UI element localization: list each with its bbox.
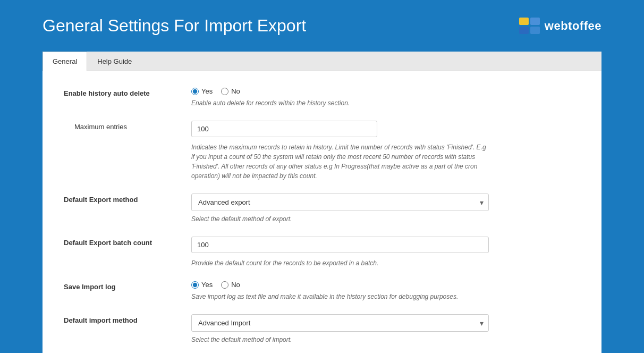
logo-sq-4 — [530, 27, 540, 34]
content-area: Enable history auto delete Yes No Enable… — [43, 71, 601, 353]
default-import-method-hint: Select the default method of import. — [191, 335, 489, 344]
enable-history-radio-group: Yes No — [191, 87, 489, 95]
enable-history-no-radio[interactable] — [221, 88, 228, 95]
save-import-log-row: Save Import log Yes No Save import log a… — [64, 281, 580, 301]
default-export-method-label: Default Export method — [64, 194, 181, 204]
save-import-log-radio-group: Yes No — [191, 281, 489, 289]
enable-history-control: Yes No Enable auto delete for records wi… — [191, 87, 489, 108]
logo-sq-1 — [519, 18, 529, 25]
logo-icon — [519, 18, 540, 35]
enable-history-hint: Enable auto delete for records within th… — [191, 98, 489, 108]
default-import-method-select[interactable]: Advanced Import Quick import — [191, 314, 489, 332]
tab-help-guide[interactable]: Help Guide — [87, 52, 142, 71]
enable-history-row: Enable history auto delete Yes No Enable… — [64, 87, 580, 108]
save-import-log-no-radio[interactable] — [221, 281, 228, 289]
max-entries-label: Maximum entries — [64, 121, 181, 131]
logo-area: webtoffee — [519, 18, 601, 35]
default-export-batch-hint: Provide the default count for the record… — [191, 258, 489, 268]
logo-sq-3 — [519, 27, 529, 34]
max-entries-row: Maximum entries Indicates the maximum re… — [64, 121, 580, 181]
enable-history-yes-radio[interactable] — [191, 88, 199, 95]
enable-history-no-label: No — [231, 87, 240, 95]
max-entries-control: Indicates the maximum records to retain … — [191, 121, 489, 181]
default-export-method-wrapper: Advanced export Quick export ▾ — [191, 194, 489, 211]
max-entries-input[interactable] — [191, 121, 377, 137]
default-import-method-row: Default import method Advanced Import Qu… — [64, 314, 580, 344]
main-container: General Help Guide Enable history auto d… — [43, 52, 601, 353]
tabs-bar: General Help Guide — [43, 52, 601, 71]
save-import-log-control: Yes No Save import log as text file and … — [191, 281, 489, 301]
tab-general[interactable]: General — [43, 52, 87, 71]
default-export-batch-control: Provide the default count for the record… — [191, 237, 489, 268]
save-import-log-yes-radio[interactable] — [191, 281, 199, 289]
default-export-batch-input[interactable] — [191, 237, 489, 253]
default-export-method-hint: Select the default method of export. — [191, 214, 489, 224]
save-import-log-hint: Save import log as text file and make it… — [191, 292, 489, 301]
save-import-log-yes-option[interactable]: Yes — [191, 281, 213, 289]
save-import-log-no-option[interactable]: No — [221, 281, 240, 289]
default-export-method-select[interactable]: Advanced export Quick export — [191, 194, 489, 211]
default-export-batch-row: Default Export batch count Provide the d… — [64, 237, 580, 268]
default-export-method-row: Default Export method Advanced export Qu… — [64, 194, 580, 224]
default-export-batch-label: Default Export batch count — [64, 237, 181, 247]
enable-history-label: Enable history auto delete — [64, 87, 181, 97]
max-entries-hint: Indicates the maximum records to retain … — [191, 142, 489, 181]
enable-history-yes-label: Yes — [201, 87, 213, 95]
enable-history-yes-option[interactable]: Yes — [191, 87, 213, 95]
default-export-method-control: Advanced export Quick export ▾ Select th… — [191, 194, 489, 224]
default-import-method-label: Default import method — [64, 314, 181, 324]
save-import-log-label: Save Import log — [64, 281, 181, 291]
logo-sq-2 — [530, 18, 540, 25]
page-header: General Settings For Import Export webto… — [0, 0, 644, 52]
default-import-method-wrapper: Advanced Import Quick import ▾ — [191, 314, 489, 332]
page-title: General Settings For Import Export — [43, 16, 306, 36]
enable-history-no-option[interactable]: No — [221, 87, 240, 95]
save-import-log-no-label: No — [231, 281, 240, 289]
default-import-method-control: Advanced Import Quick import ▾ Select th… — [191, 314, 489, 344]
save-import-log-yes-label: Yes — [201, 281, 213, 289]
logo-text: webtoffee — [545, 19, 601, 33]
